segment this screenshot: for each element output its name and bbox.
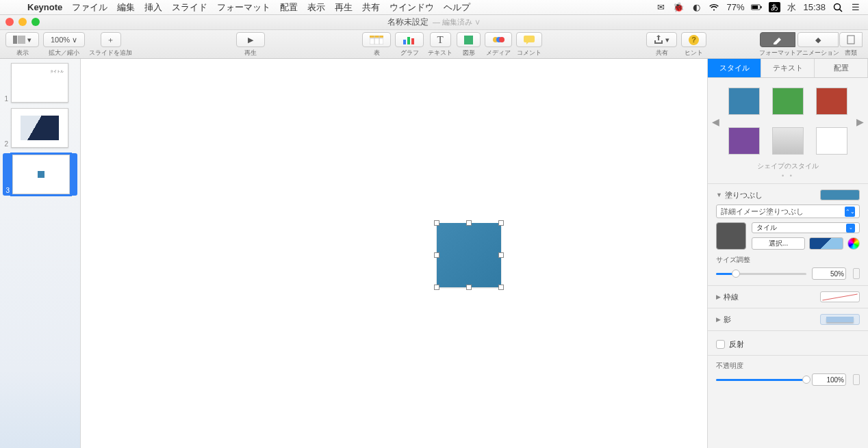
- window-titlebar: 名称未設定 — 編集済み ∨: [0, 15, 868, 30]
- opacity-stepper[interactable]: [853, 374, 860, 385]
- disclosure-shadow[interactable]: ▶: [716, 316, 721, 323]
- clock-day[interactable]: 水: [787, 1, 796, 14]
- window-title: 名称未設定: [387, 16, 429, 28]
- sync-icon[interactable]: ◐: [691, 2, 702, 13]
- inspector-tab-arrange[interactable]: 配置: [815, 59, 868, 77]
- inspector-tab-text[interactable]: テキスト: [761, 59, 815, 77]
- disclosure-fill[interactable]: ▼: [716, 192, 722, 198]
- menu-edit[interactable]: 編集: [117, 1, 135, 14]
- spotlight-icon[interactable]: [832, 2, 843, 13]
- svg-rect-1: [752, 5, 758, 9]
- menu-help[interactable]: ヘルプ: [444, 1, 470, 14]
- minimize-window-button[interactable]: [18, 18, 27, 26]
- fill-type-select[interactable]: 詳細イメージ塗りつぶし⌃⌄: [716, 205, 860, 218]
- resize-handle-e[interactable]: [498, 252, 504, 258]
- fill-image-well[interactable]: [716, 222, 746, 250]
- menu-file[interactable]: ファイル: [72, 1, 107, 14]
- slide-thumbnail-3[interactable]: 3: [3, 153, 77, 196]
- slide-thumbnail-2[interactable]: 2: [3, 108, 77, 148]
- toolbar: ▾表示 100% ∨拡大／縮小 ＋スライドを追加 ▶再生 表 グラフ Tテキスト…: [0, 30, 868, 59]
- media-button[interactable]: [485, 32, 512, 47]
- style-swatch-red[interactable]: [816, 88, 847, 115]
- ime-indicator[interactable]: あ: [769, 2, 780, 12]
- ladybug-icon[interactable]: 🐞: [673, 2, 684, 13]
- notification-center-icon[interactable]: ☰: [850, 2, 861, 13]
- style-swatch-blue[interactable]: [728, 88, 760, 115]
- fill-preview[interactable]: [820, 189, 860, 200]
- fill-choose-button[interactable]: 選択...: [752, 237, 805, 250]
- play-button[interactable]: ▶: [236, 32, 265, 47]
- svg-line-4: [840, 9, 843, 12]
- resize-handle-se[interactable]: [498, 285, 504, 290]
- fill-scale-select[interactable]: タイル⌄: [752, 222, 860, 233]
- border-preview[interactable]: [820, 291, 860, 302]
- reflection-checkbox[interactable]: [716, 340, 725, 349]
- fill-tint-swatch[interactable]: [809, 237, 843, 250]
- reflection-label: 反射: [729, 339, 744, 350]
- shape-button[interactable]: [457, 32, 481, 47]
- mail-icon[interactable]: ✉: [655, 2, 666, 13]
- format-inspector-button[interactable]: [760, 32, 795, 47]
- app-name[interactable]: Keynote: [27, 2, 62, 12]
- menu-view[interactable]: 表示: [307, 1, 325, 14]
- style-prev-arrow[interactable]: ◀: [712, 116, 719, 127]
- edited-indicator[interactable]: — 編集済み ∨: [433, 17, 481, 27]
- macos-menubar: Keynote ファイル 編集 挿入 スライド フォーマット 配置 表示 再生 …: [0, 0, 868, 15]
- style-next-arrow[interactable]: ▶: [856, 116, 864, 127]
- slide-thumbnail-1[interactable]: 1 タイトル: [3, 63, 77, 103]
- comment-button[interactable]: [516, 32, 542, 47]
- menu-arrange[interactable]: 配置: [280, 1, 298, 14]
- border-section-title: 枠線: [724, 292, 739, 302]
- battery-percent[interactable]: 77%: [726, 2, 744, 12]
- opacity-slider[interactable]: [716, 375, 806, 384]
- disclosure-border[interactable]: ▶: [716, 293, 721, 300]
- text-button[interactable]: T: [430, 32, 451, 47]
- style-swatch-green[interactable]: [772, 88, 804, 115]
- menu-slide[interactable]: スライド: [172, 1, 207, 14]
- share-button[interactable]: ▾: [646, 32, 677, 47]
- svg-rect-11: [403, 40, 406, 44]
- menu-insert[interactable]: 挿入: [144, 1, 162, 14]
- slide-navigator[interactable]: 1 タイトル 2 3: [0, 59, 81, 448]
- fill-size-value[interactable]: 50%: [812, 267, 846, 280]
- menu-window[interactable]: ウインドウ: [390, 1, 434, 14]
- menu-play[interactable]: 再生: [335, 1, 353, 14]
- zoom-select[interactable]: 100% ∨: [43, 32, 85, 47]
- slide-canvas[interactable]: [81, 59, 707, 448]
- menu-share[interactable]: 共有: [362, 1, 380, 14]
- close-window-button[interactable]: [5, 18, 14, 26]
- shadow-preview[interactable]: [820, 314, 860, 325]
- fill-size-slider[interactable]: [716, 269, 806, 278]
- resize-handle-n[interactable]: [466, 220, 472, 226]
- clock-time[interactable]: 15:38: [803, 2, 826, 12]
- hint-button[interactable]: ?: [681, 32, 706, 47]
- color-wheel-icon[interactable]: [847, 237, 860, 250]
- document-inspector-button[interactable]: [839, 32, 863, 47]
- style-swatch-white[interactable]: [816, 127, 847, 155]
- style-swatch-purple[interactable]: [728, 127, 760, 155]
- resize-handle-nw[interactable]: [434, 220, 439, 226]
- table-button[interactable]: [362, 32, 391, 47]
- resize-handle-ne[interactable]: [498, 220, 504, 226]
- resize-handle-w[interactable]: [434, 252, 439, 258]
- battery-icon[interactable]: [751, 2, 762, 13]
- svg-rect-8: [370, 38, 383, 44]
- menu-format[interactable]: フォーマット: [217, 1, 270, 14]
- animation-inspector-button[interactable]: ◆: [797, 32, 839, 47]
- svg-rect-12: [407, 37, 410, 44]
- chart-button[interactable]: [395, 32, 424, 47]
- apple-icon[interactable]: [7, 2, 18, 13]
- wifi-icon[interactable]: [709, 2, 719, 13]
- opacity-value[interactable]: 100%: [812, 373, 846, 386]
- selected-shape[interactable]: [437, 223, 501, 287]
- resize-handle-sw[interactable]: [434, 285, 439, 290]
- style-swatch-gray[interactable]: [772, 127, 804, 155]
- svg-rect-2: [761, 6, 762, 9]
- style-page-dots[interactable]: • •: [708, 172, 868, 183]
- inspector-tab-style[interactable]: スタイル: [708, 59, 761, 77]
- view-button[interactable]: ▾: [5, 32, 39, 47]
- fill-size-stepper[interactable]: [853, 268, 860, 279]
- fullscreen-window-button[interactable]: [31, 18, 40, 26]
- resize-handle-s[interactable]: [466, 285, 472, 290]
- add-slide-button[interactable]: ＋: [101, 32, 121, 47]
